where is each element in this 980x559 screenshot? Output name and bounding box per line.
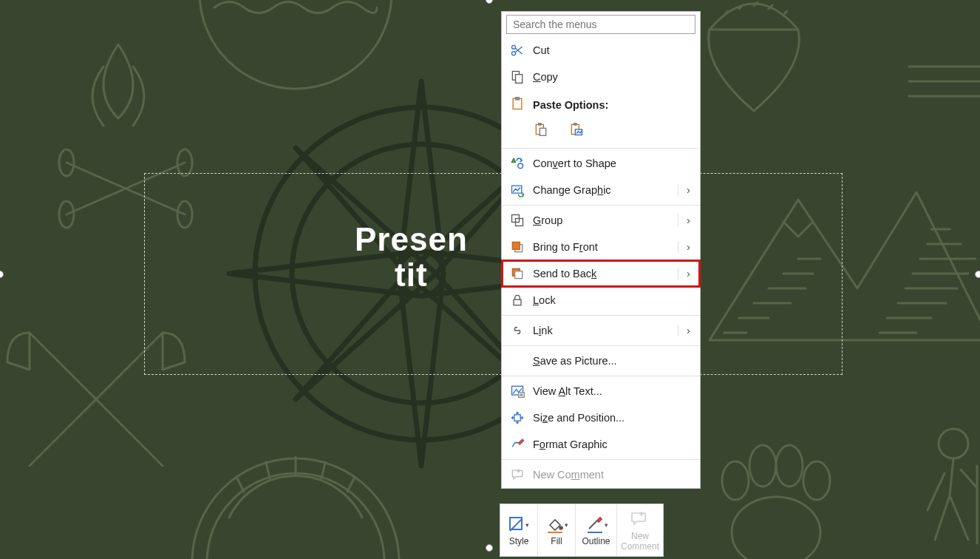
menu-item-change-graphic[interactable]: Change Graphic › — [502, 177, 700, 203]
svg-point-15 — [207, 473, 384, 559]
menu-item-size-and-position[interactable]: Size and Position... — [502, 404, 700, 431]
change-graphic-icon — [509, 182, 525, 198]
paste-picture-icon[interactable] — [568, 121, 585, 138]
send-back-icon — [509, 265, 525, 282]
menu-item-send-to-back[interactable]: Send to Back › — [502, 260, 700, 287]
svg-rect-65 — [548, 532, 562, 533]
group-icon — [509, 212, 525, 228]
menu-label: Size and Position... — [533, 412, 693, 424]
menu-label: Format Graphic — [533, 438, 693, 450]
svg-rect-33 — [516, 98, 520, 100]
submenu-arrow-icon[interactable]: › — [678, 241, 693, 253]
submenu-arrow-icon[interactable]: › — [678, 268, 693, 280]
copy-icon — [509, 69, 525, 85]
svg-point-64 — [559, 526, 562, 529]
paste-options-row — [502, 117, 700, 146]
convert-shape-icon — [509, 155, 525, 172]
mini-label-line1: New — [631, 532, 649, 541]
svg-rect-51 — [519, 393, 525, 398]
svg-rect-61 — [510, 518, 522, 529]
slide-title-text: Presen tit — [355, 222, 468, 294]
svg-point-24 — [939, 429, 968, 458]
menu-label: Convert to Shape — [533, 157, 693, 169]
svg-point-40 — [518, 163, 523, 169]
mini-outline-button[interactable]: ▾ Outline — [576, 504, 617, 556]
link-icon — [509, 322, 525, 339]
svg-point-21 — [749, 445, 776, 487]
svg-rect-36 — [540, 128, 545, 135]
menu-label: Group — [533, 214, 678, 226]
slide-background-graphics — [0, 0, 980, 559]
menu-item-cut[interactable]: Cut — [502, 37, 700, 64]
menu-label: Save as Picture... — [533, 355, 693, 367]
menu-label: Change Graphic — [533, 184, 678, 196]
menu-label: Copy — [533, 71, 693, 83]
menu-label: New Comment — [533, 469, 693, 481]
menu-item-view-alt-text[interactable]: View Alt Text... — [502, 378, 700, 404]
comment-icon — [509, 467, 525, 483]
menu-label: Lock — [533, 294, 693, 306]
lock-icon — [509, 292, 525, 308]
mini-label: Fill — [551, 537, 562, 546]
svg-rect-38 — [574, 123, 576, 126]
menu-item-save-as-picture[interactable]: Save as Picture... — [502, 348, 700, 374]
menu-separator — [502, 315, 700, 316]
svg-point-7 — [200, 0, 392, 89]
menu-item-convert-to-shape[interactable]: Convert to Shape — [502, 150, 700, 177]
menu-separator — [502, 376, 700, 376]
svg-text:▾: ▾ — [565, 521, 568, 529]
menu-label: Paste Options: — [533, 99, 608, 111]
svg-rect-67 — [588, 532, 602, 533]
menu-item-copy[interactable]: Copy — [502, 64, 700, 90]
menu-item-bring-to-front[interactable]: Bring to Front › — [502, 234, 700, 260]
bring-front-icon — [509, 239, 525, 255]
svg-point-22 — [776, 445, 803, 487]
menu-item-new-comment: New Comment — [502, 461, 700, 488]
paste-keep-source-icon[interactable] — [533, 121, 549, 138]
outline-icon: ▾ — [585, 514, 608, 535]
menu-label: Cut — [533, 44, 693, 56]
svg-rect-48 — [514, 299, 521, 305]
menu-separator — [502, 459, 700, 460]
mini-new-comment-button: New Comment — [617, 504, 663, 556]
svg-text:▾: ▾ — [605, 521, 608, 529]
menu-search-input[interactable] — [506, 15, 695, 34]
menu-label: View Alt Text... — [533, 385, 693, 397]
title-line-1: Presen — [355, 222, 468, 257]
svg-point-19 — [732, 497, 820, 559]
svg-point-23 — [803, 461, 830, 500]
style-icon: ▾ — [508, 514, 530, 535]
mini-label: Style — [509, 537, 529, 546]
mini-style-button[interactable]: ▾ Style — [500, 504, 538, 556]
scissors-icon — [509, 42, 525, 58]
context-menu: Cut Copy Paste Options: Convert to Shape… — [501, 11, 701, 489]
submenu-arrow-icon[interactable]: › — [678, 184, 693, 196]
menu-label: Bring to Front — [533, 241, 678, 253]
mini-label-line2: Comment — [621, 542, 659, 552]
mini-toolbar: ▾ Style ▾ Fill ▾ Outline New Comment — [500, 504, 664, 557]
svg-rect-45 — [512, 242, 520, 249]
svg-rect-31 — [516, 75, 523, 84]
submenu-arrow-icon[interactable]: › — [678, 325, 693, 336]
menu-item-group[interactable]: Group › — [502, 207, 700, 234]
menu-separator — [502, 148, 700, 149]
svg-text:▾: ▾ — [525, 521, 529, 529]
menu-item-format-graphic[interactable]: Format Graphic — [502, 431, 700, 458]
svg-rect-54 — [514, 415, 520, 421]
mini-label: Outline — [582, 537, 610, 546]
svg-rect-35 — [539, 123, 541, 126]
mini-fill-button[interactable]: ▾ Fill — [538, 504, 576, 556]
menu-separator — [502, 345, 700, 346]
submenu-arrow-icon[interactable]: › — [678, 214, 693, 226]
slide-canvas[interactable]: Presen tit — [0, 0, 980, 559]
menu-item-lock[interactable]: Lock — [502, 287, 700, 314]
alt-text-icon — [509, 383, 525, 399]
comment-icon — [629, 509, 651, 529]
menu-label: Link — [533, 325, 678, 336]
fill-icon: ▾ — [545, 514, 568, 535]
svg-point-20 — [722, 461, 749, 500]
svg-rect-47 — [515, 271, 523, 279]
menu-separator — [502, 205, 700, 206]
menu-item-link[interactable]: Link › — [502, 317, 700, 344]
clipboard-icon — [509, 95, 525, 112]
